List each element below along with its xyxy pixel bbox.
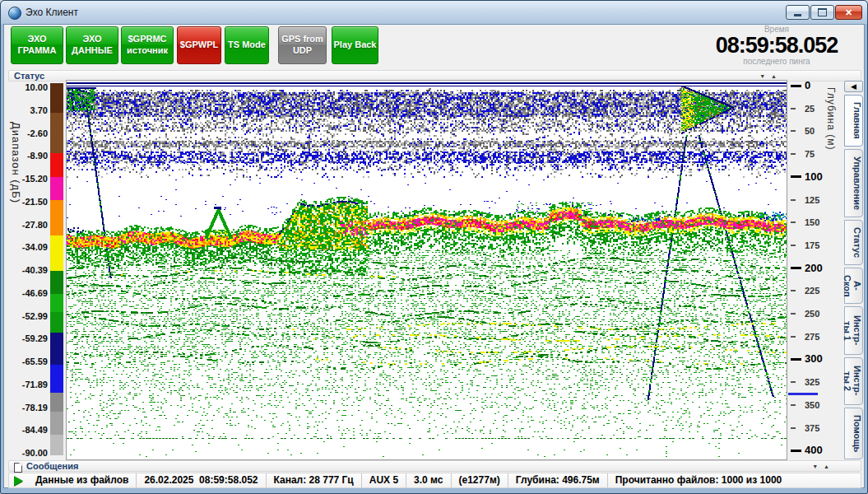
tab-статус[interactable]: Статус [844, 220, 863, 265]
app-icon [8, 7, 21, 20]
depth-scale-panel: 0255075100125150175200225250275300325350… [788, 81, 842, 459]
depth-marker [788, 393, 818, 395]
db-axis-label: Диапазон (дБ) [10, 122, 22, 369]
app-window: Эхо Клиент ✕ ЭХО ГРАММАЭХО ДАННЫЕ$GPRMC … [0, 0, 868, 494]
toolbar-button-gpwpl[interactable]: $GPWPL [177, 26, 221, 64]
toolbar-button-play-back[interactable]: Play Back [332, 26, 378, 64]
depth-tick-mark [791, 153, 796, 155]
depth-tick-label: 175 [805, 239, 819, 252]
depth-tick-label: 150 [805, 216, 819, 229]
ping-clock: Время 08:59:58.052 последнего пинга [696, 25, 857, 66]
depth-tick-mark [791, 450, 801, 452]
toolbar-button-ts-mode[interactable]: TS Mode [225, 26, 269, 64]
depth-tick-label: 325 [805, 375, 819, 389]
toolbar-button-echogramma[interactable]: ЭХО ГРАММА [11, 26, 63, 64]
status-collapse-arrows[interactable]: ▼▲ [759, 72, 777, 80]
messages-collapse-arrows[interactable]: ▼▲ [812, 463, 829, 470]
tab-инстр-ты-2[interactable]: Инстр-ты 2 [844, 357, 863, 405]
depth-tick-mark [791, 381, 796, 383]
statusbar-field: (е1277м) [452, 473, 508, 487]
tab-помощь[interactable]: Помощь [844, 408, 863, 459]
depth-tick-mark [791, 290, 796, 291]
depth-tick-mark [791, 404, 796, 406]
arrow-down-icon[interactable]: ▼ [812, 463, 818, 470]
tab-главная[interactable]: Главная [844, 95, 863, 147]
db-colorbar [50, 83, 63, 455]
db-tick-label: -8.90 [27, 151, 48, 161]
toolbar-button-echodata[interactable]: ЭХО ДАННЫЕ [66, 26, 118, 64]
echogram-canvas[interactable] [67, 81, 787, 459]
arrow-up-icon[interactable]: ▲ [824, 463, 829, 470]
depth-tick-label: 350 [805, 398, 819, 412]
depth-tick-label: 300 [805, 352, 823, 366]
depth-tick-mark [791, 267, 801, 269]
depth-tick-label: 75 [805, 147, 815, 161]
statusbar-field: 26.02.2025 08:59:58.052 [137, 473, 266, 487]
depth-tick-mark [791, 313, 796, 315]
maximize-button[interactable] [810, 5, 834, 20]
depth-tick-mark [791, 336, 796, 338]
depth-tick-label: 250 [805, 307, 819, 320]
tab-а-скоп[interactable]: А-Скоп [844, 268, 863, 305]
statusbar-field: 3.0 мс [406, 473, 451, 487]
db-tick-label: -65.59 [22, 357, 48, 366]
maximize-icon [818, 8, 827, 16]
panel-collapse-button[interactable]: ◀ [844, 81, 863, 92]
db-tick-label: -52.99 [22, 312, 48, 321]
toolbar-button-gps-from-udp[interactable]: GPS from UDP [278, 26, 327, 64]
close-icon: ✕ [845, 8, 852, 17]
statusbar: Данные из файлов26.02.2025 08:59:58.052К… [8, 473, 861, 488]
depth-tick-mark [791, 85, 801, 87]
collapse-left-icon: ◀ [851, 82, 856, 91]
depth-tick-mark [791, 358, 801, 361]
depth-tick-mark [791, 130, 796, 132]
depth-tick-label: 50 [805, 124, 815, 137]
depth-axis-label: Глубина (м) [825, 87, 837, 268]
db-tick-label: -84.49 [22, 426, 48, 435]
messages-section-header[interactable]: Сообщения ▼▲ [8, 460, 861, 472]
minimize-button[interactable] [786, 5, 810, 20]
statusbar-field: Данные из файлов [28, 473, 137, 487]
statusbar-field: Прочитанно файлов: 1000 из 1000 [608, 473, 790, 487]
titlebar[interactable]: Эхо Клиент ✕ [1, 1, 867, 24]
minimize-icon [794, 14, 801, 16]
db-tick-label: -90.00 [22, 449, 48, 458]
tab-инстр-ты-1[interactable]: Инстр-ты 1 [844, 306, 863, 354]
close-button[interactable]: ✕ [835, 5, 862, 20]
depth-tick-label: 275 [805, 330, 819, 343]
db-tick-label: -78.19 [22, 403, 48, 412]
depth-tick-mark [791, 245, 796, 246]
clock-time: 08:59:58.052 [696, 34, 857, 57]
messages-section-label: Сообщения [26, 461, 78, 471]
db-tick-label: 10.00 [25, 83, 48, 92]
db-tick-label: -40.39 [22, 266, 48, 275]
db-tick-label: -27.80 [22, 221, 48, 230]
depth-tick-label: 400 [805, 444, 823, 457]
arrow-down-icon[interactable]: ▼ [759, 72, 765, 80]
depth-tick-label: 225 [805, 284, 819, 297]
depth-tick-label: 0 [805, 79, 810, 92]
arrow-up-icon[interactable]: ▲ [771, 72, 777, 80]
tab-управление[interactable]: Управление [844, 149, 863, 217]
depth-tick-label: 25 [805, 102, 815, 115]
depth-tick-mark [791, 427, 796, 429]
echogram-frame [66, 80, 787, 460]
db-tick-label: -34.09 [22, 243, 48, 252]
tab-strip: ◀ ГлавнаяУправлениеСтатусА-СкопИнстр-ты … [844, 81, 863, 459]
db-tick-label: 3.70 [30, 106, 48, 115]
db-tick-label: -2.60 [27, 129, 48, 138]
toolbar-button-gprmc-source[interactable]: $GPRMC источник [121, 26, 174, 64]
status-section-label: Статус [14, 71, 44, 81]
db-tick-label: -15.20 [22, 175, 48, 184]
db-tick-label: -71.89 [22, 380, 48, 389]
depth-tick-mark [791, 175, 801, 178]
db-tick-label: -59.29 [22, 334, 48, 343]
depth-tick-label: 100 [805, 170, 823, 184]
depth-tick-label: 200 [805, 262, 823, 275]
play-icon [14, 476, 23, 486]
statusbar-field: AUX 5 [362, 473, 406, 487]
window-controls: ✕ [786, 5, 862, 20]
depth-tick-mark [791, 108, 796, 110]
document-icon [14, 463, 22, 473]
depth-tick-label: 125 [805, 193, 819, 207]
